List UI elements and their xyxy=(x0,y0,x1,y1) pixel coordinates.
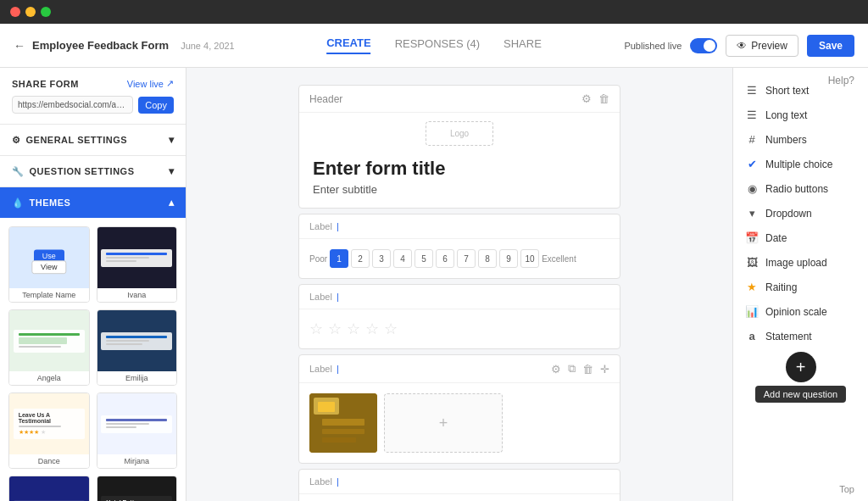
help-link[interactable]: Help? xyxy=(828,75,854,86)
published-label: Published live xyxy=(624,41,682,51)
topnav-center: CREATE RESPONSES (4) SHARE xyxy=(326,36,542,54)
nps-btn-2[interactable]: 2 xyxy=(351,249,370,268)
star-2[interactable]: ☆ xyxy=(328,320,342,338)
theme-preview-6 xyxy=(97,393,177,454)
panel-item-dropdown[interactable]: ▾ Dropdown xyxy=(733,201,868,225)
close-dot[interactable] xyxy=(10,7,20,17)
theme-angela[interactable]: Angela xyxy=(8,309,90,386)
theme-dance[interactable]: Leave Us A Testimonial ★★★★ ★ Dance xyxy=(8,392,90,469)
image-copy-icon[interactable]: ⧉ xyxy=(568,362,576,376)
nps-btn-6[interactable]: 6 xyxy=(436,249,454,268)
nps-btn-4[interactable]: 4 xyxy=(393,249,412,268)
nps-btn-10[interactable]: 10 xyxy=(520,249,539,268)
svg-rect-5 xyxy=(322,437,356,443)
uploaded-img-svg xyxy=(309,393,377,453)
themes-toggle[interactable]: 💧THEMES ▴ xyxy=(0,187,186,218)
header-label: Header xyxy=(309,93,342,105)
star-1[interactable]: ☆ xyxy=(309,320,323,338)
nps-btn-1[interactable]: 1 xyxy=(330,249,348,268)
theme-name-4: Emilija xyxy=(97,371,177,385)
panel-item-statement[interactable]: a Statement xyxy=(733,324,868,348)
nps-label-tag: Label | xyxy=(309,221,339,231)
image-block: Label | ⚙ ⧉ 🗑 ✛ xyxy=(298,354,620,464)
mini-form-6 xyxy=(101,415,172,433)
mini-form-4 xyxy=(101,332,172,350)
app: ← Employee Feedback Form June 4, 2021 CR… xyxy=(0,24,868,501)
panel-item-rating[interactable]: ★ Raiting xyxy=(733,275,868,299)
image-delete-icon[interactable]: 🗑 xyxy=(582,363,593,376)
question-settings-toggle[interactable]: 🔧QUESTION SETTINGS ▾ xyxy=(0,156,186,186)
preview-button[interactable]: 👁 Preview xyxy=(726,35,798,57)
header-icons: ⚙ 🗑 xyxy=(581,92,609,105)
star-4[interactable]: ☆ xyxy=(365,320,379,338)
svg-rect-4 xyxy=(322,429,364,434)
published-toggle[interactable] xyxy=(690,38,717,53)
back-button[interactable]: ← xyxy=(14,39,25,53)
themes-icon: 💧 xyxy=(12,198,25,208)
mini-bar-4 xyxy=(106,336,167,338)
nps-btn-5[interactable]: 5 xyxy=(415,249,433,268)
tab-create[interactable]: CREATE xyxy=(326,36,370,54)
mini-text-3 xyxy=(19,346,61,348)
panel-item-opinion-scale[interactable]: 📊 Opinion scale xyxy=(733,299,868,324)
image-settings-icon[interactable]: ⚙ xyxy=(551,363,561,376)
image-header: Label | ⚙ ⧉ 🗑 ✛ xyxy=(299,355,620,383)
copy-button[interactable]: Copy xyxy=(138,97,174,114)
theme-emilija[interactable]: Emilija xyxy=(97,309,178,386)
form-canvas: Header ⚙ 🗑 Logo Enter form title Enter s… xyxy=(298,85,620,484)
nps-btn-7[interactable]: 7 xyxy=(457,249,476,268)
nps-btn-3[interactable]: 3 xyxy=(372,249,391,268)
theme-8[interactable]: Hotel Rating ★★★★★ xyxy=(97,476,178,501)
image-block-actions: ⚙ ⧉ 🗑 ✛ xyxy=(551,362,609,376)
theme-view-button-1[interactable]: View xyxy=(31,260,66,274)
image-add-placeholder[interactable]: + xyxy=(384,393,503,453)
titlebar xyxy=(0,0,868,24)
theme-template-name[interactable]: Use View Template Name xyxy=(8,226,90,303)
tab-responses[interactable]: RESPONSES (4) xyxy=(395,37,480,53)
save-button[interactable]: Save xyxy=(807,35,854,57)
theme-preview-2 xyxy=(97,227,177,288)
view-live-link[interactable]: View live ↗ xyxy=(127,78,174,89)
share-form-section: SHARE FORM View live ↗ https://embedsoci… xyxy=(0,68,186,125)
mini-text-4b xyxy=(106,343,142,345)
settings-icon[interactable]: ⚙ xyxy=(581,92,592,105)
image-drag-icon[interactable]: ✛ xyxy=(600,363,609,376)
panel-item-numbers[interactable]: # Numbers xyxy=(733,127,868,152)
form-main-title[interactable]: Enter form title xyxy=(299,154,620,183)
maximize-dot[interactable] xyxy=(41,7,51,17)
image-label-cursor: | xyxy=(337,364,339,374)
stars-block: Label | ☆ ☆ ☆ ☆ ☆ xyxy=(298,284,620,349)
panel-item-multiple-choice[interactable]: ✔ Multiple choice xyxy=(733,152,868,176)
themes-section: 💧THEMES ▴ Use View Template Name xyxy=(0,187,186,501)
body-area: SHARE FORM View live ↗ https://embedsoci… xyxy=(0,68,868,501)
add-question-button[interactable]: + xyxy=(786,352,816,382)
mini-form-5: Leave Us A Testimonial ★★★★ ★ xyxy=(14,409,85,439)
top-link[interactable]: Top xyxy=(832,481,861,498)
star-5[interactable]: ☆ xyxy=(384,320,398,338)
mini-img-3 xyxy=(19,337,68,344)
url-display: https://embedsocial.com/admin/edit_... xyxy=(12,96,133,114)
minimize-dot[interactable] xyxy=(25,7,36,17)
theme-mirjana[interactable]: Mirjana xyxy=(97,392,178,469)
form-subtitle[interactable]: Enter subtitle xyxy=(299,183,620,208)
general-settings-toggle[interactable]: ⚙GENERAL SETTINGS ▾ xyxy=(0,125,186,155)
tab-share[interactable]: SHARE xyxy=(504,37,542,53)
sidebar: SHARE FORM View live ↗ https://embedsoci… xyxy=(0,68,186,501)
panel-item-long-text[interactable]: ☰ Long text xyxy=(733,103,868,127)
star-3[interactable]: ☆ xyxy=(347,320,360,338)
panel-item-image-upload[interactable]: 🖼 Image upload xyxy=(733,250,868,275)
question-settings-section: 🔧QUESTION SETTINGS ▾ xyxy=(0,156,186,187)
delete-icon[interactable]: 🗑 xyxy=(598,92,609,105)
header-block: Header ⚙ 🗑 Logo Enter form title Enter s… xyxy=(298,85,620,209)
theme-ivana[interactable]: Ivana xyxy=(97,226,178,303)
svg-rect-3 xyxy=(322,419,364,426)
mini-bar-6 xyxy=(106,419,167,421)
theme-name-5: Dance xyxy=(9,454,89,468)
statement-icon: a xyxy=(745,330,759,342)
nps-btn-9[interactable]: 9 xyxy=(499,249,518,268)
short-text-icon: ☰ xyxy=(745,84,759,97)
theme-7[interactable] xyxy=(8,476,90,501)
panel-item-radio-buttons[interactable]: ◉ Radio buttons xyxy=(733,176,868,201)
panel-item-date[interactable]: 📅 Date xyxy=(733,225,868,250)
nps-btn-8[interactable]: 8 xyxy=(478,249,497,268)
